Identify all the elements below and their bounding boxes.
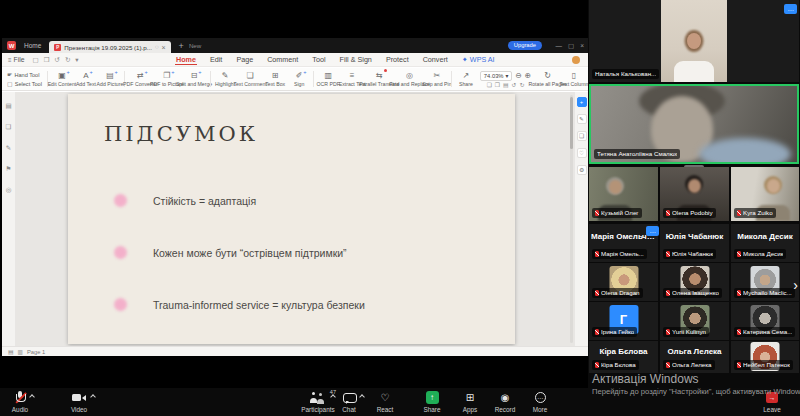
tile-more-options-button[interactable]: ⋯ — [784, 4, 797, 14]
text-comment-button[interactable]: ❏ Text Comment — [237, 71, 263, 87]
more-button[interactable]: ⋯ More — [525, 391, 555, 413]
fit-page-icon[interactable]: ▥ — [17, 349, 22, 355]
zoom-level-select[interactable]: 74.03% ▾ — [480, 71, 513, 81]
video-tile-featured-1[interactable]: ⋯ Наталья Калькован... — [589, 0, 799, 82]
home-tab[interactable]: Home — [21, 42, 44, 49]
video-options-caret-icon[interactable] — [90, 394, 96, 400]
zoom-in-icon[interactable]: ⊕ — [525, 71, 531, 80]
two-page-icon[interactable]: ▤ — [503, 82, 508, 88]
favorite-tool-button[interactable]: ♡ — [577, 148, 587, 158]
file-menu-icon: ≡ — [8, 57, 12, 63]
video-tile[interactable]: Кузьмій Олег — [589, 167, 658, 221]
bookmarks-panel-icon[interactable]: ❏ — [6, 123, 12, 131]
document-area[interactable]: ПІДСУМОК Стійкість = адаптація Кожен мож… — [16, 92, 574, 346]
rotate-all-pages-button[interactable]: ↻ Rotate all Pages — [533, 71, 562, 87]
tile-more-options-button[interactable]: ⋯ — [646, 226, 659, 236]
participant-nametag: Ольга Лелека — [663, 360, 715, 370]
thumbnails-panel-icon[interactable]: ▤ — [5, 102, 11, 110]
ribbon-tab-tool[interactable]: Tool — [311, 55, 326, 64]
ribbon-tab-convert[interactable]: Convert — [422, 55, 449, 64]
participant-tile[interactable]: Нейбел Патенок — [731, 341, 799, 373]
participant-tile[interactable]: Olena Dragan — [589, 263, 658, 301]
annotations-panel-icon[interactable]: ✎ — [6, 144, 11, 152]
text-box-button[interactable]: ⊞ Text Box — [263, 71, 287, 87]
chat-caret-icon[interactable] — [359, 394, 365, 400]
new-tab-button[interactable]: + — [179, 41, 184, 51]
add-picture-button[interactable]: ▤+ Add Picture — [98, 71, 122, 87]
continuous-page-icon[interactable]: ❐ — [495, 82, 500, 88]
participant-tile[interactable]: Юлія Чабанюк Юлія Чабанюк — [660, 224, 729, 262]
ribbon-tab-comment[interactable]: Comment — [266, 55, 299, 64]
participant-tile[interactable]: Mychailo Maclic... — [731, 263, 799, 301]
video-tile-featured-2-active-speaker[interactable]: Тетяна Анатоліївна Смалюх — [589, 84, 799, 164]
ribbon-tab-page[interactable]: Page — [235, 55, 254, 64]
quick-access-caret-icon[interactable]: ▾ — [75, 56, 78, 64]
redo-icon[interactable]: ↻ — [65, 56, 70, 64]
share-document-button[interactable]: ↗ Share — [454, 71, 478, 87]
save-icon[interactable]: ▢ — [32, 56, 38, 64]
participant-name: Ольга Лелека — [672, 361, 712, 369]
share-button[interactable]: ↑ Share — [414, 391, 450, 413]
participant-tile[interactable]: Ольга Лелека Ольга Лелека — [660, 341, 729, 373]
find-replace-button[interactable]: ◎ Find and Replace — [394, 71, 425, 87]
hand-tool-button[interactable]: ☛ Hand Tool — [7, 71, 42, 78]
notes-tool-button[interactable]: ❏ — [577, 131, 587, 141]
sign-button[interactable]: ✐+ Sign — [287, 71, 311, 87]
file-menu-button[interactable]: ≡ File — [8, 56, 24, 63]
close-window-button[interactable]: × — [580, 42, 584, 49]
maximize-button[interactable]: ▢ — [568, 42, 574, 50]
zoom-out-icon[interactable]: ⊖ — [515, 71, 521, 80]
fit-width-icon[interactable]: ▤ — [8, 349, 13, 355]
ribbon-tab-protect[interactable]: Protect — [385, 55, 410, 64]
ribbon-tab-edit[interactable]: Edit — [209, 55, 223, 64]
scrollbar-thumb[interactable] — [570, 97, 573, 149]
next-page-chevron-icon[interactable]: › — [793, 278, 798, 292]
video-tile[interactable]: Olena Podobiy — [660, 167, 729, 221]
text-column-button[interactable]: ▯ Text Column — [562, 71, 586, 87]
flags-panel-icon[interactable]: ⚑ — [6, 165, 12, 173]
share-label: Share — [423, 406, 440, 413]
record-button[interactable]: ◉ Record — [487, 391, 523, 413]
snip-pin-button[interactable]: ✂ Snip and Pin — [425, 71, 449, 87]
chat-button[interactable]: Chat — [334, 391, 364, 413]
apps-button[interactable]: ⊞ Apps — [455, 391, 485, 413]
ribbon-tab-fill-sign[interactable]: Fill & Sign — [339, 55, 373, 64]
account-avatar[interactable] — [572, 56, 580, 64]
ribbon-tab-home[interactable]: Home — [175, 55, 197, 65]
close-tab-icon[interactable]: × — [162, 44, 166, 51]
upgrade-button[interactable]: Upgrade — [508, 41, 542, 50]
vertical-scrollbar[interactable] — [570, 95, 573, 343]
split-merge-button[interactable]: ⊟+ Split and Merge — [180, 71, 208, 87]
select-tool-button[interactable]: ▢ Select Tool — [7, 80, 42, 87]
annotate-tool-button[interactable]: ✎ — [577, 114, 587, 124]
bullet-text: Trauma-informed service = культура безпе… — [153, 299, 365, 311]
edit-content-button[interactable]: ▣+ Edit Content — [50, 71, 74, 87]
participant-tile[interactable]: Yurii Kulinyn — [660, 302, 729, 340]
react-button[interactable]: ♡ React — [367, 391, 403, 413]
ocr-pdf-button[interactable]: ▥ OCR PDF — [316, 71, 340, 87]
ribbon-tab-wps-ai[interactable]: ✦ WPS AI — [461, 55, 496, 64]
audio-options-caret-icon[interactable] — [29, 394, 35, 400]
participant-tile[interactable]: Кіра Бєлова Кіра Бєлова — [589, 341, 658, 373]
minimize-button[interactable]: — — [556, 42, 563, 49]
video-button[interactable]: Video — [60, 391, 98, 413]
participant-tile[interactable]: Г Ірина Гейко — [589, 302, 658, 340]
button-label: Highlight — [215, 81, 235, 87]
quick-tool-button[interactable]: + — [577, 97, 587, 107]
print-icon[interactable]: ❐ — [44, 56, 50, 64]
undo-icon[interactable]: ↺ — [54, 56, 59, 64]
rotate-left-icon[interactable]: ↺ — [512, 82, 517, 88]
add-text-button[interactable]: A+ Add Text — [74, 71, 98, 87]
participant-tile[interactable]: Микола Десик Микола Десик — [731, 224, 799, 262]
single-page-icon[interactable]: ❏ — [487, 82, 492, 88]
video-tile[interactable]: Kyra Zuiko — [731, 167, 799, 221]
audio-button[interactable]: Audio — [2, 391, 38, 413]
search-panel-icon[interactable]: ◎ — [6, 186, 12, 194]
ribbon-tabs: Home Edit Page Comment Tool Fill & Sign … — [175, 53, 496, 66]
participant-tile[interactable]: Катерина Сема... — [731, 302, 799, 340]
document-tab[interactable]: P Презентація 19.09.2025 (1).p... ◌ × — [49, 41, 170, 53]
participant-name: Кузьмій Олег — [601, 209, 639, 217]
settings-tool-button[interactable]: ⚙ — [577, 165, 587, 175]
rotate-right-icon[interactable]: ↻ — [519, 82, 524, 88]
participant-tile[interactable]: Олена Іващенко — [660, 263, 729, 301]
